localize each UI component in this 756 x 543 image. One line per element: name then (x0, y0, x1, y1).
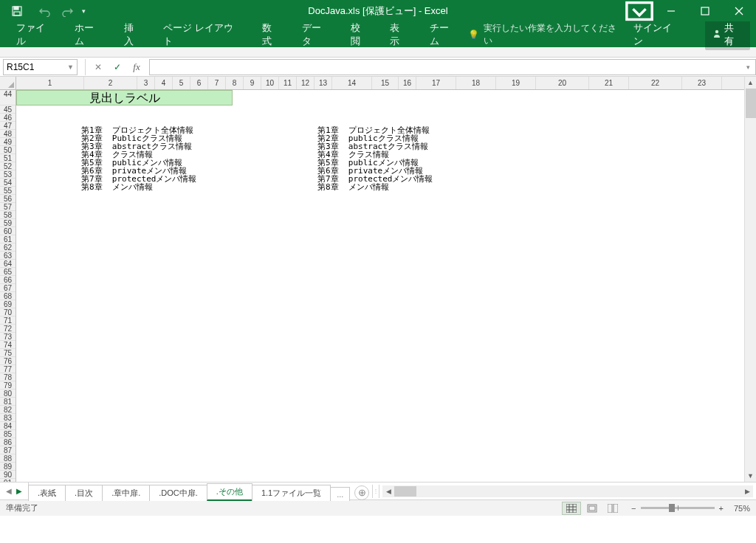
row-header[interactable]: 70 (0, 308, 16, 317)
minimize-button[interactable] (654, 0, 688, 21)
row-header[interactable]: 73 (0, 333, 16, 341)
col-header[interactable]: 3 (137, 77, 155, 89)
sheet-tab-toc[interactable]: .目次 (65, 485, 103, 501)
col-header[interactable]: 17 (416, 77, 456, 89)
row-header[interactable]: 56 (0, 195, 16, 203)
col-header[interactable]: 5 (173, 77, 190, 89)
scroll-down-icon[interactable]: ▼ (745, 470, 756, 482)
row-header[interactable]: 49 (0, 138, 16, 146)
accept-formula-button[interactable]: ✓ (109, 60, 126, 75)
chevron-down-icon[interactable]: ▼ (67, 63, 74, 71)
zoom-in-button[interactable]: + (719, 504, 724, 513)
row-header[interactable]: 87 (0, 446, 16, 454)
worksheet-grid[interactable]: 1234567891011121314151617181920212223 44… (0, 77, 756, 482)
col-header[interactable]: 13 (315, 77, 332, 89)
col-header[interactable]: 19 (496, 77, 536, 89)
qat-customize-icon[interactable]: ▾ (78, 1, 89, 21)
scroll-left-icon[interactable]: ◀ (382, 488, 394, 495)
col-header[interactable]: 22 (629, 77, 682, 89)
row-header[interactable]: 76 (0, 357, 16, 365)
tab-formula[interactable]: 数式 (252, 21, 292, 47)
row-header[interactable]: 50 (0, 146, 16, 154)
row-header[interactable]: 74 (0, 341, 16, 349)
tell-me-search[interactable]: 💡 実行したい作業を入力してください (468, 22, 623, 47)
row-header[interactable]: 53 (0, 170, 16, 179)
row-header[interactable]: 58 (0, 211, 16, 219)
zoom-out-button[interactable]: − (631, 504, 636, 513)
chapters-left[interactable]: 第1章 プロジェクト全体情報 第2章 Publicクラス情報 第3章 abstr… (81, 126, 196, 191)
row-header[interactable]: 71 (0, 317, 16, 325)
maximize-button[interactable] (688, 0, 722, 21)
col-header[interactable]: 9 (244, 77, 261, 89)
row-header[interactable]: 48 (0, 130, 16, 138)
formula-expand-icon[interactable]: ▾ (741, 59, 756, 75)
row-header[interactable]: 47 (0, 122, 16, 130)
vertical-scrollbar[interactable]: ▲ ▼ (744, 77, 756, 482)
close-button[interactable] (722, 0, 756, 21)
col-header[interactable]: 15 (372, 77, 399, 89)
row-header[interactable]: 62 (0, 243, 16, 252)
col-header[interactable]: 7 (208, 77, 226, 89)
tab-team[interactable]: チーム (419, 21, 468, 47)
row-header[interactable]: 55 (0, 187, 16, 195)
scroll-separator[interactable]: ⋮ (372, 485, 379, 498)
normal-view-button[interactable] (562, 502, 581, 515)
hscroll-thumb[interactable] (394, 486, 416, 497)
row-header[interactable]: 89 (0, 463, 16, 471)
sheet-tab-chapter[interactable]: .章中扉. (102, 485, 150, 501)
tab-review[interactable]: 校閲 (340, 21, 380, 47)
col-header[interactable]: 23 (682, 77, 722, 89)
horizontal-scrollbar[interactable]: ◀ ▶ (382, 485, 753, 497)
select-all-corner[interactable] (0, 77, 16, 90)
tab-insert[interactable]: 挿入 (114, 21, 154, 47)
nav-prev-icon[interactable]: ◀ (6, 487, 12, 495)
col-header[interactable]: 21 (589, 77, 629, 89)
redo-button[interactable] (56, 1, 78, 21)
col-header[interactable]: 16 (399, 77, 416, 89)
sheet-tab-other[interactable]: .その他 (207, 483, 252, 501)
row-header[interactable]: 78 (0, 373, 16, 381)
zoom-slider[interactable] (641, 507, 715, 509)
scroll-thumb[interactable] (746, 89, 756, 118)
zoom-handle[interactable] (669, 504, 675, 512)
col-header[interactable]: 12 (297, 77, 315, 89)
row-header[interactable]: 45 (0, 106, 16, 114)
sheet-tab-more[interactable]: ... (330, 487, 350, 501)
col-header[interactable]: 20 (536, 77, 589, 89)
sheet-tab-cover[interactable]: .表紙 (28, 485, 66, 501)
tab-home[interactable]: ホーム (64, 21, 113, 47)
sheet-tab-doc[interactable]: .DOC中扉. (149, 485, 207, 501)
tab-page-layout[interactable]: ページ レイアウト (153, 21, 252, 47)
sheet-nav[interactable]: ◀▶ (0, 483, 29, 500)
row-header[interactable]: 46 (0, 114, 16, 122)
sign-in-button[interactable]: サインイン (623, 21, 690, 47)
chapters-right[interactable]: 第1章 プロジェクト全体情報 第2章 publicクラス情報 第3章 abstr… (317, 126, 433, 191)
row-header[interactable]: 75 (0, 349, 16, 357)
ribbon-options-button[interactable] (625, 0, 654, 21)
col-header[interactable]: 18 (456, 77, 496, 89)
heading-label-cell[interactable]: 見出しラベル (16, 90, 233, 106)
cells-area[interactable]: 見出しラベル 第1章 プロジェクト全体情報 第2章 Publicクラス情報 第3… (16, 90, 744, 482)
tab-file[interactable]: ファイル (6, 21, 64, 47)
tab-view[interactable]: 表示 (379, 21, 419, 47)
sheet-tab-filelist[interactable]: 1.1ファイル一覧 (252, 485, 331, 501)
formula-input[interactable] (149, 59, 741, 75)
row-header[interactable]: 81 (0, 398, 16, 406)
row-header[interactable]: 52 (0, 162, 16, 170)
column-headers[interactable]: 1234567891011121314151617181920212223 (16, 77, 744, 90)
row-header[interactable]: 65 (0, 268, 16, 276)
zoom-level[interactable]: 75% (734, 504, 750, 513)
row-header[interactable]: 84 (0, 422, 16, 430)
row-header[interactable]: 77 (0, 365, 16, 373)
scroll-right-icon[interactable]: ▶ (741, 488, 753, 495)
col-header[interactable]: 10 (261, 77, 279, 89)
col-header[interactable]: 6 (190, 77, 208, 89)
row-header[interactable]: 61 (0, 235, 16, 243)
page-break-view-button[interactable] (603, 502, 622, 515)
row-header[interactable]: 54 (0, 179, 16, 187)
row-header[interactable]: 72 (0, 325, 16, 333)
row-header[interactable]: 59 (0, 219, 16, 227)
page-layout-view-button[interactable] (583, 502, 602, 515)
col-header[interactable]: 11 (279, 77, 297, 89)
cancel-formula-button[interactable]: ✕ (90, 60, 106, 75)
